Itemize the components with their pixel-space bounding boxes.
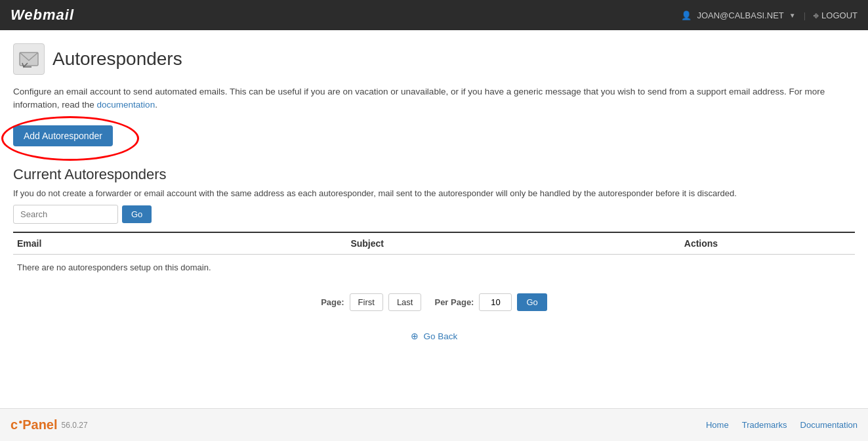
search-input[interactable]: [13, 205, 118, 224]
page-icon: [13, 43, 45, 75]
go-back-icon: ⊕: [411, 331, 419, 341]
logout-label: LOGOUT: [821, 10, 858, 20]
page-title: Autoresponders: [52, 49, 182, 70]
brand-logo: Webmail: [10, 7, 74, 24]
navbar: Webmail 👤 JOAN@CALBASI.NET ▼ | ⎆ LOGOUT: [0, 0, 868, 30]
footer-links: Home Trademarks Documentation: [706, 420, 858, 430]
add-autoresponder-area: Add Autoresponder: [13, 125, 113, 146]
autoresponder-icon: [18, 49, 39, 70]
pagination-area: Page: First Last Per Page: Go: [13, 293, 855, 311]
col-subject: Subject: [350, 238, 684, 249]
user-dropdown-arrow[interactable]: ▼: [789, 12, 796, 19]
section-title: Current Autoresponders: [13, 166, 855, 183]
logout-icon: ⎆: [814, 10, 819, 20]
go-back-label: Go Back: [423, 331, 457, 341]
autoresponders-table: Email Subject Actions There are no autor…: [13, 232, 855, 280]
go-back-link[interactable]: ⊕ Go Back: [411, 331, 458, 341]
per-page-label: Per Page:: [434, 297, 474, 307]
col-email: Email: [17, 238, 350, 249]
search-go-button[interactable]: Go: [122, 205, 152, 223]
add-autoresponder-button[interactable]: Add Autoresponder: [13, 125, 113, 146]
footer-documentation-link[interactable]: Documentation: [800, 420, 858, 430]
col-actions: Actions: [684, 238, 851, 249]
table-header: Email Subject Actions: [13, 233, 855, 255]
footer: c●Panel 56.0.27 Home Trademarks Document…: [0, 408, 868, 441]
section-note: If you do not create a forwarder or emai…: [13, 188, 855, 198]
search-row: Go: [13, 205, 855, 224]
username-label: JOAN@CALBASI.NET: [697, 10, 783, 20]
cpanel-name: c●Panel: [10, 417, 58, 432]
nav-divider: |: [804, 10, 806, 20]
description: Configure an email account to send autom…: [13, 85, 855, 112]
main-content: Autoresponders Configure an email accoun…: [0, 30, 868, 408]
page-label: Page:: [321, 297, 344, 307]
last-page-button[interactable]: Last: [388, 293, 422, 311]
logout-button[interactable]: ⎆ LOGOUT: [814, 10, 858, 20]
documentation-link[interactable]: documentation: [97, 100, 155, 110]
footer-home-link[interactable]: Home: [706, 420, 729, 430]
cpanel-version: 56.0.27: [62, 421, 88, 430]
description-end: .: [155, 100, 157, 110]
per-page-input[interactable]: [479, 293, 512, 311]
footer-trademarks-link[interactable]: Trademarks: [742, 420, 787, 430]
go-back-area: ⊕ Go Back: [13, 331, 855, 341]
cpanel-logo: c●Panel 56.0.27: [10, 417, 88, 432]
user-icon: 👤: [681, 10, 692, 20]
table-empty-message: There are no autoresponders setup on thi…: [13, 255, 855, 280]
navbar-right: 👤 JOAN@CALBASI.NET ▼ | ⎆ LOGOUT: [681, 10, 858, 20]
page-title-area: Autoresponders: [13, 43, 855, 75]
first-page-button[interactable]: First: [350, 293, 383, 311]
pagination-go-button[interactable]: Go: [517, 293, 547, 311]
